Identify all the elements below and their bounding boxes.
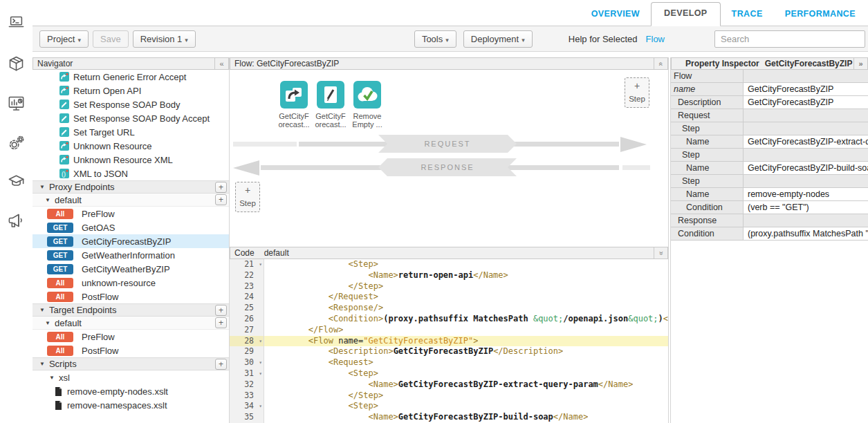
collapse-right-icon[interactable]: » bbox=[853, 58, 867, 69]
add-button[interactable]: + bbox=[215, 305, 227, 316]
navigator-flow-item[interactable]: GETGetCityWeatherByZIP bbox=[33, 262, 229, 276]
megaphone-icon[interactable] bbox=[7, 212, 26, 230]
navigator-flow-item[interactable]: AllPreFlow bbox=[33, 207, 229, 220]
property-value[interactable] bbox=[744, 70, 868, 82]
property-row-step[interactable]: Step bbox=[671, 122, 868, 135]
add-button[interactable]: + bbox=[215, 182, 227, 193]
step-label[interactable]: RemoveEmpty ... bbox=[348, 112, 387, 129]
line-number[interactable]: 31▾ bbox=[230, 368, 264, 379]
navigator-subsection-default[interactable]: ▼default+ bbox=[33, 317, 229, 330]
navigator-policy-item[interactable]: Unknown Resource bbox=[33, 139, 229, 153]
expand-triangle-icon[interactable]: ▼ bbox=[39, 307, 45, 313]
navigator-flow-item[interactable]: AllPostFlow bbox=[33, 290, 229, 303]
add-button[interactable]: + bbox=[215, 194, 227, 205]
line-number[interactable]: 23 bbox=[230, 281, 264, 292]
expand-triangle-icon[interactable]: ▼ bbox=[39, 361, 45, 367]
navigator-policy-item[interactable]: ()XML to JSON bbox=[33, 167, 229, 180]
expand-triangle-icon[interactable]: ▼ bbox=[49, 375, 55, 381]
add-step-button-request[interactable]: + Step bbox=[625, 77, 649, 108]
property-row-request[interactable]: Request bbox=[671, 109, 868, 122]
property-value[interactable] bbox=[744, 149, 868, 161]
property-row-step[interactable]: Step bbox=[671, 149, 868, 162]
line-number[interactable]: 29 bbox=[230, 346, 264, 357]
property-row-description[interactable]: DescriptionGetCityForecastByZIP bbox=[671, 96, 868, 109]
property-value[interactable] bbox=[744, 122, 868, 135]
education-icon[interactable] bbox=[7, 171, 26, 190]
code-line-34[interactable]: 34▾ <Step> bbox=[230, 401, 668, 412]
tab-trace[interactable]: TRACE bbox=[721, 3, 774, 26]
fold-toggle-icon[interactable]: ▾ bbox=[259, 368, 262, 379]
navigator-section-scripts[interactable]: ▼Scripts+ bbox=[33, 357, 229, 370]
navigator-flow-item[interactable]: Allunknown-resource bbox=[33, 276, 229, 290]
collapse-left-icon[interactable]: « bbox=[214, 58, 228, 69]
property-value[interactable]: GetCityForecastByZIP-build-soap bbox=[744, 162, 868, 174]
property-row-name[interactable]: NameGetCityForecastByZIP-extract-query-p… bbox=[671, 135, 868, 149]
code-line-21[interactable]: 21▾ <Step> bbox=[230, 259, 668, 270]
navigator-file-item[interactable]: remove-namespaces.xslt bbox=[33, 398, 229, 412]
navigator-flow-item[interactable]: GETGetWeatherInformation bbox=[33, 248, 229, 262]
line-number[interactable]: 28▾ bbox=[230, 336, 264, 347]
navigator-policy-item[interactable]: Return Generic Error Accept bbox=[33, 70, 229, 84]
navigator-flow-item[interactable]: GETGetOAS bbox=[33, 220, 229, 234]
analytics-icon[interactable] bbox=[7, 94, 26, 113]
add-button[interactable]: + bbox=[215, 359, 227, 370]
property-row-flow[interactable]: Flow bbox=[671, 70, 868, 83]
navigator-policy-item[interactable]: Set Target URL bbox=[33, 125, 229, 139]
navigator-tree-xsl[interactable]: ▼xsl bbox=[33, 370, 229, 384]
tab-develop[interactable]: DEVELOP bbox=[651, 2, 721, 26]
navigator-policy-item[interactable]: Set Response SOAP Body Accept bbox=[33, 111, 229, 125]
expand-triangle-icon[interactable]: ▼ bbox=[39, 184, 45, 190]
revision-menu-button[interactable]: Revision 1▾ bbox=[133, 30, 196, 48]
collapse-up-icon[interactable]: « bbox=[654, 58, 667, 69]
navigator-section-target-endpoints[interactable]: ▼Target Endpoints+ bbox=[33, 303, 229, 317]
property-value[interactable] bbox=[744, 214, 868, 227]
deployment-menu-button[interactable]: Deployment▾ bbox=[463, 30, 533, 48]
line-number[interactable]: 24 bbox=[230, 292, 264, 303]
code-line-35[interactable]: 35 <Name>GetCityForecastByZIP-build-soap… bbox=[230, 412, 668, 423]
fold-toggle-icon[interactable]: ▾ bbox=[259, 357, 262, 368]
code-line-27[interactable]: 27 </Flow> bbox=[230, 325, 668, 336]
property-value[interactable]: GetCityForecastByZIP bbox=[744, 83, 868, 95]
fold-toggle-icon[interactable]: ▾ bbox=[259, 336, 262, 347]
add-step-button-response[interactable]: + Step bbox=[235, 182, 260, 212]
code-line-30[interactable]: 30▾ <Request> bbox=[230, 357, 668, 368]
tools-menu-button[interactable]: Tools▾ bbox=[414, 30, 456, 48]
save-button[interactable]: Save bbox=[93, 30, 129, 48]
tab-overview[interactable]: OVERVIEW bbox=[580, 3, 651, 26]
line-number[interactable]: 33 bbox=[230, 391, 264, 402]
code-line-24[interactable]: 24 </Request> bbox=[230, 292, 668, 303]
property-value[interactable] bbox=[744, 109, 868, 122]
property-row-name[interactable]: Nameremove-empty-nodes bbox=[671, 188, 868, 201]
property-row-condition[interactable]: Condition(proxy.pathsuffix MatchesPath "… bbox=[671, 227, 868, 241]
assign-message-step-icon[interactable] bbox=[317, 81, 344, 109]
code-line-25[interactable]: 25 <Response/> bbox=[230, 303, 668, 314]
line-number[interactable]: 30▾ bbox=[230, 357, 264, 368]
code-line-22[interactable]: 22 <Name>return-open-api</Name> bbox=[230, 270, 668, 281]
code-line-23[interactable]: 23 </Step> bbox=[230, 281, 668, 292]
code-tab-default[interactable]: default bbox=[264, 248, 289, 258]
property-value[interactable]: GetCityForecastByZIP bbox=[744, 96, 868, 109]
tab-performance[interactable]: PERFORMANCE bbox=[774, 3, 867, 26]
project-menu-button[interactable]: Project▾ bbox=[39, 30, 89, 48]
navigator-section-proxy-endpoints[interactable]: ▼Proxy Endpoints+ bbox=[33, 180, 229, 194]
property-row-response[interactable]: Response bbox=[671, 214, 868, 227]
code-line-32[interactable]: 32 <Name>GetCityForecastByZIP-extract-qu… bbox=[230, 379, 668, 391]
navigator-flow-item[interactable]: GETGetCityForecastByZIP bbox=[33, 234, 229, 248]
add-button[interactable]: + bbox=[215, 317, 227, 328]
code-editor[interactable]: 21▾ <Step>22 <Name>return-open-api</Name… bbox=[230, 259, 668, 423]
navigator-policy-item[interactable]: Return Open API bbox=[33, 84, 229, 97]
property-value[interactable]: remove-empty-nodes bbox=[744, 188, 868, 200]
line-number[interactable]: 27 bbox=[230, 325, 264, 336]
terminal-icon[interactable] bbox=[7, 14, 26, 32]
navigator-policy-item[interactable]: Unknown Resource XML bbox=[33, 153, 229, 167]
code-line-28[interactable]: 28▾ <Flow name="GetCityForecastByZIP"> bbox=[230, 336, 668, 347]
help-flow-link[interactable]: Flow bbox=[646, 34, 665, 44]
property-row-condition[interactable]: Condition(verb == "GET") bbox=[671, 201, 868, 214]
code-line-29[interactable]: 29 <Description>GetCityForecastByZIP</De… bbox=[230, 346, 668, 357]
line-number[interactable]: 35 bbox=[230, 412, 264, 423]
code-line-31[interactable]: 31▾ <Step> bbox=[230, 368, 668, 379]
line-number[interactable]: 32 bbox=[230, 379, 264, 391]
code-line-26[interactable]: 26 <Condition>(proxy.pathsuffix MatchesP… bbox=[230, 314, 668, 325]
expand-triangle-icon[interactable]: ▼ bbox=[45, 320, 50, 326]
navigator-flow-item[interactable]: AllPostFlow bbox=[33, 344, 229, 357]
